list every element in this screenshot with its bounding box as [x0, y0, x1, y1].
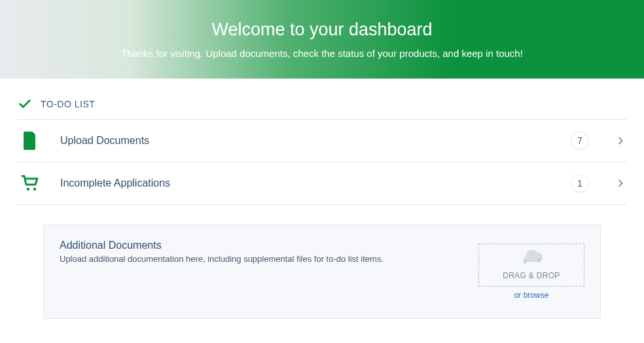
upload-text: Additional Documents Upload additional d…	[60, 240, 384, 264]
svg-point-1	[33, 188, 36, 190]
hero-subtitle: Thanks for visiting. Upload documents, c…	[121, 48, 523, 59]
hero-title: Welcome to your dashboard	[211, 20, 432, 40]
main-content: TO-DO LIST Upload Documents 7 Incomplete…	[0, 79, 644, 319]
drag-drop-label: DRAG & DROP	[503, 271, 560, 280]
cart-icon	[17, 175, 43, 192]
todo-section-header: TO-DO LIST	[17, 92, 627, 119]
document-icon	[17, 132, 43, 150]
hero-banner: Welcome to your dashboard Thanks for vis…	[0, 0, 644, 79]
todo-heading: TO-DO LIST	[41, 99, 95, 109]
todo-item-upload-documents[interactable]: Upload Documents 7	[17, 120, 627, 162]
dropzone-wrap: DRAG & DROP or browse	[478, 244, 584, 300]
upload-card-title: Additional Documents	[60, 240, 384, 251]
check-icon	[17, 97, 33, 111]
todo-item-label: Upload Documents	[60, 135, 554, 147]
upload-card-subtitle: Upload additional documentation here, in…	[60, 254, 384, 264]
cloud-upload-icon	[518, 250, 545, 268]
browse-link[interactable]: or browse	[514, 291, 549, 300]
divider	[17, 204, 627, 205]
additional-documents-card: Additional Documents Upload additional d…	[43, 225, 601, 319]
todo-item-label: Incomplete Applications	[60, 177, 554, 189]
chevron-right-icon	[615, 135, 626, 146]
count-badge: 7	[571, 132, 589, 150]
drag-drop-zone[interactable]: DRAG & DROP	[478, 244, 584, 287]
chevron-right-icon	[615, 178, 626, 189]
svg-point-0	[27, 188, 29, 190]
count-badge: 1	[571, 174, 589, 192]
todo-item-incomplete-applications[interactable]: Incomplete Applications 1	[17, 162, 627, 204]
